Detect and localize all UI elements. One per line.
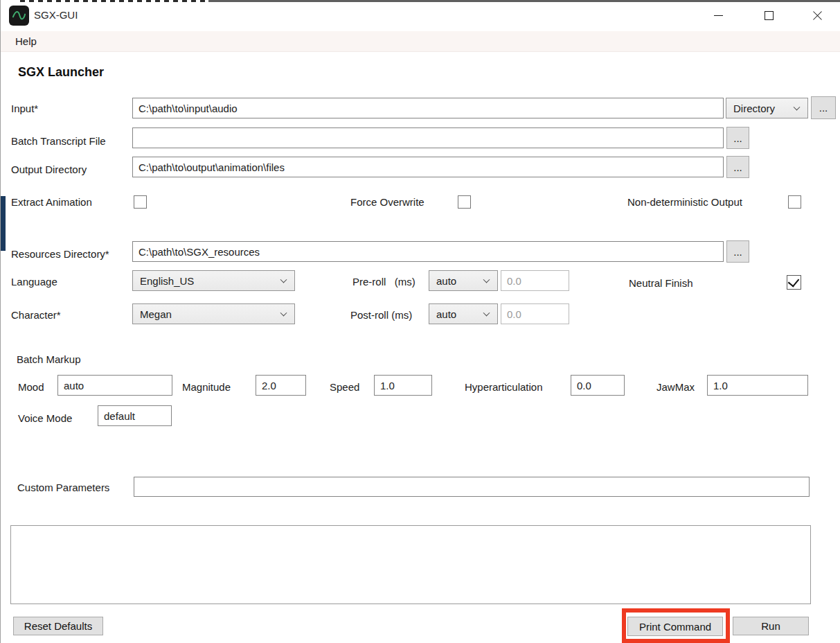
character-select[interactable]: Megan xyxy=(132,303,295,324)
pre-roll-mode-value: auto xyxy=(436,275,456,287)
input-path-field[interactable] xyxy=(132,98,724,118)
menu-help[interactable]: Help xyxy=(11,34,41,49)
custom-parameters-label: Custom Parameters xyxy=(17,482,109,493)
magnitude-label: Magnitude xyxy=(182,381,231,393)
pre-roll-mode-select[interactable]: auto xyxy=(429,270,498,291)
language-label: Language xyxy=(11,276,57,288)
print-command-button[interactable]: Print Command xyxy=(627,617,723,636)
batch-transcript-browse-button[interactable]: ... xyxy=(726,127,749,149)
force-overwrite-checkbox[interactable] xyxy=(458,195,471,209)
input-label: Input* xyxy=(11,103,38,114)
post-roll-mode-value: auto xyxy=(436,308,456,320)
pre-roll-label: Pre-roll (ms) xyxy=(352,276,415,288)
batch-transcript-label: Batch Transcript File xyxy=(11,135,106,147)
neutral-finish-checkbox[interactable] xyxy=(787,275,801,290)
non-deterministic-label: Non-deterministic Output xyxy=(627,196,742,208)
language-value: English_US xyxy=(140,275,194,287)
menubar: Help xyxy=(1,31,840,52)
hyperarticulation-label: Hyperarticulation xyxy=(465,381,543,393)
post-roll-value-field[interactable] xyxy=(501,303,569,324)
desktop-artifact-strip xyxy=(208,0,840,2)
output-directory-browse-button[interactable]: ... xyxy=(726,156,749,178)
chevron-down-icon xyxy=(483,276,490,283)
maximize-button[interactable] xyxy=(753,0,785,31)
chevron-down-icon xyxy=(280,310,287,317)
custom-parameters-field[interactable] xyxy=(134,477,810,497)
close-button[interactable] xyxy=(801,0,833,31)
extract-animation-label: Extract Animation xyxy=(11,196,92,208)
magnitude-field[interactable] xyxy=(256,375,306,396)
chevron-down-icon xyxy=(794,104,801,111)
minimize-button[interactable] xyxy=(702,0,734,31)
output-directory-label: Output Directory xyxy=(11,164,87,175)
resources-directory-field[interactable] xyxy=(132,241,724,262)
mood-label: Mood xyxy=(18,381,44,393)
minimize-icon xyxy=(714,15,723,16)
non-deterministic-checkbox[interactable] xyxy=(788,195,801,209)
voice-mode-field[interactable] xyxy=(98,405,172,426)
batch-transcript-field[interactable] xyxy=(132,127,724,148)
sine-wave-icon xyxy=(11,8,27,24)
jawmax-label: JawMax xyxy=(656,381,695,393)
mood-field[interactable] xyxy=(57,375,172,396)
character-value: Megan xyxy=(140,308,172,320)
voice-mode-label: Voice Mode xyxy=(18,412,72,424)
post-roll-label: Post-roll (ms) xyxy=(350,309,412,321)
jawmax-field[interactable] xyxy=(707,375,808,396)
app-window: SGX-GUI Help SGX Launcher Input* Directo… xyxy=(0,0,840,643)
maximize-icon xyxy=(765,11,774,20)
titlebar: SGX-GUI xyxy=(1,0,840,31)
input-mode-value: Directory xyxy=(733,103,775,114)
neutral-finish-label: Neutral Finish xyxy=(629,277,693,289)
resources-directory-label: Resources Directory* xyxy=(11,248,109,260)
chevron-down-icon xyxy=(280,276,287,283)
language-select[interactable]: English_US xyxy=(132,270,295,291)
chevron-down-icon xyxy=(483,310,490,317)
console-output[interactable] xyxy=(10,525,811,604)
background-window-fragment xyxy=(1,196,6,251)
page-title: SGX Launcher xyxy=(18,65,104,80)
speed-field[interactable] xyxy=(374,375,432,396)
close-icon xyxy=(812,10,823,21)
input-browse-button[interactable]: ... xyxy=(811,96,836,119)
post-roll-mode-select[interactable]: auto xyxy=(429,303,498,324)
app-icon xyxy=(9,6,29,26)
speed-label: Speed xyxy=(330,381,359,393)
force-overwrite-label: Force Overwrite xyxy=(350,196,425,208)
hyperarticulation-field[interactable] xyxy=(571,375,625,396)
window-title: SGX-GUI xyxy=(34,9,78,21)
batch-markup-heading: Batch Markup xyxy=(17,353,81,365)
resources-directory-browse-button[interactable]: ... xyxy=(726,240,749,263)
input-mode-select[interactable]: Directory xyxy=(726,98,808,118)
run-button[interactable]: Run xyxy=(733,617,809,635)
output-directory-field[interactable] xyxy=(132,157,724,177)
character-label: Character* xyxy=(11,309,61,321)
pre-roll-value-field[interactable] xyxy=(501,270,569,291)
extract-animation-checkbox[interactable] xyxy=(134,195,147,209)
reset-defaults-button[interactable]: Reset Defaults xyxy=(13,617,103,635)
